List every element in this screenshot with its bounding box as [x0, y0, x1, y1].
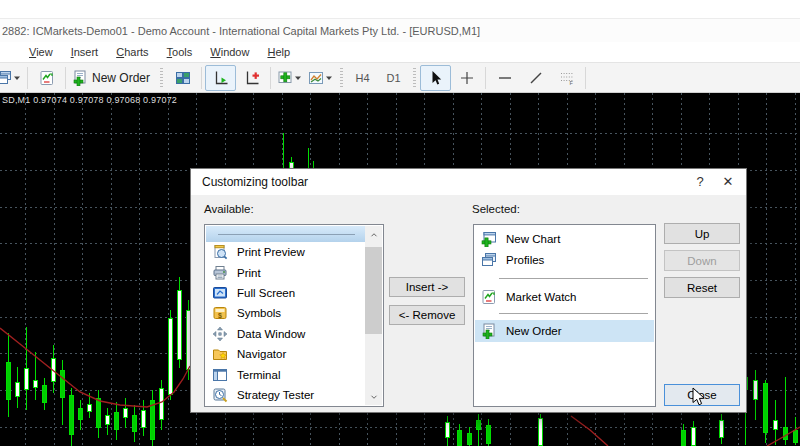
list-item-label: New Order [506, 325, 562, 337]
chevron-down-icon [369, 392, 379, 402]
templates-icon [308, 70, 324, 86]
cursor-arrow-icon [428, 70, 444, 86]
list-item-data-window[interactable]: Data Window [206, 324, 365, 344]
auto-scroll-icon [213, 70, 229, 86]
dialog-help-button[interactable]: ? [690, 172, 710, 192]
reset-button[interactable]: Reset [664, 277, 740, 298]
market-watch-icon [481, 289, 497, 305]
scroll-up-button[interactable] [365, 226, 382, 243]
dialog-titlebar[interactable]: Customizing toolbar ? ✕ [191, 169, 746, 195]
separator-line [499, 313, 648, 314]
customize-toolbar-dialog: Customizing toolbar ? ✕ Available: Selec… [190, 168, 747, 413]
strategy-tester-icon [212, 387, 228, 403]
down-button[interactable]: Down [664, 250, 740, 271]
available-listbox[interactable]: Print PreviewPrintFull Screen$SymbolsDat… [204, 224, 384, 407]
svg-text:F: F [569, 80, 573, 86]
list-item-label: Market Watch [506, 291, 577, 303]
up-button[interactable]: Up [664, 223, 740, 244]
data-window-icon [212, 326, 228, 342]
insert-button[interactable]: Insert -> [389, 277, 465, 297]
crosshair-tool-button[interactable] [451, 65, 482, 91]
list-item-label: Strategy Tester [237, 389, 314, 401]
window-title: 2882: ICMarkets-Demo01 - Demo Account - … [2, 25, 480, 37]
chart-shift-button[interactable] [236, 65, 267, 91]
list-item-new-order[interactable]: New Order [475, 320, 654, 342]
auto-scroll-button[interactable] [205, 65, 236, 91]
scroll-down-button[interactable] [365, 388, 382, 405]
tile-windows-button[interactable] [167, 65, 198, 91]
list-item-market-watch[interactable]: Market Watch [475, 287, 654, 307]
period-d1-button[interactable]: D1 [378, 65, 409, 91]
market-watch-button[interactable] [31, 65, 62, 91]
toolbar: New Order H4 D1 [0, 62, 800, 93]
toolbar-drag-handle[interactable] [340, 68, 343, 88]
list-item-new-chart[interactable]: New Chart [475, 228, 654, 249]
list-item-strategy-tester[interactable]: Strategy Tester [206, 385, 365, 405]
toolbar-separator [27, 67, 28, 89]
indicators-button[interactable] [274, 65, 305, 91]
market-watch-icon [39, 70, 55, 86]
terminal-icon [212, 367, 228, 383]
tile-windows-icon [175, 70, 191, 86]
menu-view[interactable]: View [20, 43, 62, 61]
horizontal-line-icon [497, 70, 513, 86]
list-item-label: New Chart [506, 233, 560, 245]
selected-listbox[interactable]: New ChartProfilesMarket WatchNew Order [473, 224, 656, 407]
close-button[interactable]: Close [664, 384, 740, 406]
hline-tool-button[interactable] [489, 65, 520, 91]
new-order-label: New Order [92, 71, 153, 85]
toolbar-drag-handle[interactable] [160, 68, 163, 88]
menu-window[interactable]: Window [201, 43, 258, 61]
list-item-symbols[interactable]: $Symbols [206, 303, 365, 323]
dialog-title: Customizing toolbar [202, 175, 308, 189]
chevron-up-icon [369, 230, 379, 240]
fibonacci-tool-button[interactable]: F [551, 65, 582, 91]
cursor-tool-button[interactable] [420, 65, 451, 91]
dialog-close-x-button[interactable]: ✕ [717, 172, 739, 192]
menu-charts[interactable]: Charts [107, 43, 157, 61]
list-item-profiles[interactable]: Profiles [475, 249, 654, 270]
toolbar-separator [485, 67, 486, 89]
templates-button[interactable] [305, 65, 336, 91]
list-item-label: Print Preview [237, 246, 305, 258]
svg-text:$: $ [218, 312, 222, 320]
list-item-separator[interactable] [475, 270, 654, 287]
navigator-icon [212, 346, 228, 362]
scrollbar[interactable] [365, 226, 382, 405]
mt4-window: 2882: ICMarkets-Demo01 - Demo Account - … [0, 0, 800, 446]
menu-help[interactable]: Help [258, 43, 299, 61]
separator-line [499, 278, 648, 279]
full-screen-icon [212, 285, 228, 301]
separator-line [218, 234, 355, 235]
list-item-print[interactable]: Print [206, 262, 365, 282]
menu-bar: ViewInsertChartsToolsWindowHelp [0, 42, 800, 62]
list-item-print-preview[interactable]: Print Preview [206, 242, 365, 262]
scrollbar-thumb[interactable] [365, 247, 382, 334]
toolbar-separator [585, 67, 586, 89]
list-item-full-screen[interactable]: Full Screen [206, 283, 365, 303]
print-preview-icon [212, 244, 228, 260]
chevron-down-icon [325, 74, 333, 82]
trendline-icon [528, 70, 544, 86]
new-order-icon [72, 70, 88, 86]
profiles-button[interactable] [0, 65, 24, 91]
toolbar-drag-handle[interactable] [413, 68, 416, 88]
period-h4-button[interactable]: H4 [347, 65, 378, 91]
list-item-label: Navigator [237, 348, 286, 360]
list-item-label: Print [237, 267, 261, 279]
remove-button[interactable]: <- Remove [389, 305, 465, 325]
profiles-icon [0, 70, 12, 86]
new-order-button[interactable]: New Order [69, 65, 156, 91]
list-item-separator[interactable] [206, 226, 365, 242]
list-item-terminal[interactable]: Terminal [206, 364, 365, 384]
list-item-navigator[interactable]: Navigator [206, 344, 365, 364]
window-titlebar[interactable]: 2882: ICMarkets-Demo01 - Demo Account - … [0, 18, 800, 43]
trendline-tool-button[interactable] [520, 65, 551, 91]
menu-insert[interactable]: Insert [62, 43, 108, 61]
fibonacci-icon: F [559, 70, 575, 86]
list-item-separator[interactable] [475, 307, 654, 320]
list-item-label: Symbols [237, 307, 281, 319]
chart-ohlc-readout: SD,M1 0.97074 0.97078 0.97068 0.97072 [2, 95, 177, 105]
menu-tools[interactable]: Tools [158, 43, 202, 61]
period-h4-label: H4 [352, 72, 372, 84]
